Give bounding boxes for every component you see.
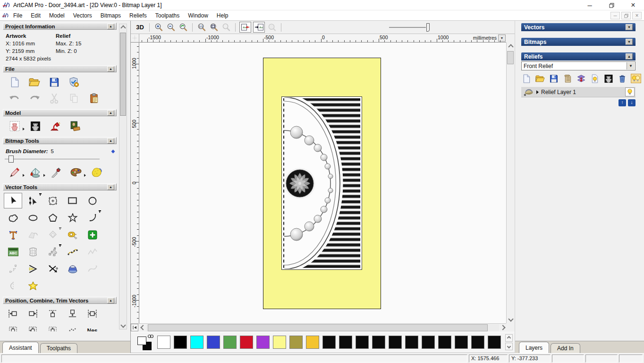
slider-thumb[interactable]	[8, 156, 14, 163]
clipart-3d-button[interactable]	[63, 261, 82, 277]
assistant-scrollbar[interactable]	[119, 24, 127, 329]
palette-swatch-18[interactable]	[455, 336, 468, 349]
layer-visibility-button[interactable]	[625, 87, 635, 96]
palette-swatch-8[interactable]	[289, 336, 303, 349]
centre-across-button[interactable]	[24, 323, 42, 331]
align-left-button[interactable]	[4, 306, 22, 321]
mdi-restore-button[interactable]	[621, 12, 631, 19]
text-on-curve-button[interactable]: ABC	[4, 244, 22, 259]
menu-toolpaths[interactable]: Toolpaths	[151, 11, 184, 20]
palette-swatch-5[interactable]	[240, 336, 253, 349]
block-paste-button[interactable]	[83, 227, 102, 242]
palette-swatch-2[interactable]	[190, 336, 203, 349]
transform-vectors-button[interactable]	[43, 193, 62, 208]
import-layers-button[interactable]	[576, 74, 586, 83]
collapse-button[interactable]: ▲	[107, 138, 114, 144]
palette-swatch-9[interactable]	[306, 336, 319, 349]
relief-clipart-button[interactable]	[562, 74, 573, 83]
menu-help[interactable]: Help	[212, 11, 233, 20]
flyout-arrow-icon[interactable]	[23, 174, 25, 177]
create-polyline-button[interactable]	[4, 210, 22, 225]
zoom-out-button[interactable]	[165, 22, 177, 33]
align-centre-x-button[interactable]	[83, 306, 102, 321]
switch-3d-view-button[interactable]: 3D	[134, 22, 146, 33]
measure-button[interactable]	[63, 227, 82, 242]
save-model-button[interactable]	[48, 76, 60, 88]
mirror-section-button[interactable]	[4, 278, 22, 294]
palette-swatch-19[interactable]	[471, 336, 484, 349]
preview-relief-layer-button[interactable]	[266, 22, 278, 33]
pan-mode-button[interactable]	[131, 324, 138, 331]
menu-window[interactable]: Window	[184, 11, 212, 20]
fit-spline-button[interactable]	[83, 261, 102, 277]
scrollbar-thumb[interactable]	[148, 324, 488, 331]
zoom-1-1-button[interactable]: 1:1	[195, 22, 207, 33]
minimize-button[interactable]: ─	[579, 0, 601, 10]
create-bisector-button[interactable]	[24, 261, 42, 277]
palette-swatch-13[interactable]	[372, 336, 385, 349]
collapse-button[interactable]: ▲	[626, 53, 633, 60]
menu-reliefs[interactable]: Reliefs	[125, 11, 151, 20]
collapse-button[interactable]: ▲	[107, 24, 114, 29]
paste-button[interactable]	[88, 92, 100, 104]
delete-layer-button[interactable]	[617, 74, 627, 83]
menu-bitmaps[interactable]: Bitmaps	[96, 11, 125, 20]
wrap-text-button[interactable]	[24, 227, 42, 242]
palette-scroll-down-button[interactable]	[505, 343, 513, 350]
palette-swatch-1[interactable]	[174, 336, 187, 349]
zoom-previous-button[interactable]	[177, 22, 189, 33]
toggle-layers-button[interactable]	[631, 74, 641, 83]
nesting-button[interactable]: Nes	[83, 323, 102, 331]
open-relief-button[interactable]	[535, 74, 545, 83]
flyout-arrow-icon[interactable]	[84, 174, 86, 177]
slider-thumb[interactable]	[426, 23, 430, 32]
trim-vectors-button[interactable]	[43, 261, 62, 277]
tab-add-in[interactable]: Add In	[551, 343, 580, 353]
pick-colour-button[interactable]	[50, 166, 62, 179]
scrollbar-thumb[interactable]	[120, 33, 126, 116]
create-arc-button[interactable]	[83, 210, 102, 225]
open-model-button[interactable]	[28, 76, 41, 88]
menu-model[interactable]: Model	[45, 11, 69, 20]
fit-polyline-button[interactable]	[83, 244, 102, 259]
scroll-up-button[interactable]	[507, 43, 514, 51]
new-relief-button[interactable]	[521, 74, 532, 83]
relief-layer-row[interactable]: Relief Layer 1	[521, 87, 636, 97]
view-2d-canvas[interactable]	[139, 43, 506, 323]
offset-vectors-button[interactable]	[43, 227, 62, 242]
vertical-scrollbar[interactable]	[506, 43, 514, 323]
model-options-button[interactable]	[68, 76, 80, 88]
menu-edit[interactable]: Edit	[26, 11, 45, 20]
scroll-left-button[interactable]	[139, 324, 146, 331]
close-button[interactable]: ×	[622, 0, 644, 10]
redo-button[interactable]	[28, 92, 41, 104]
create-circle-button[interactable]	[83, 193, 102, 208]
flyout-arrow-icon[interactable]	[23, 128, 25, 130]
palette-scroll-up-button[interactable]	[505, 334, 513, 342]
tab-toolpaths[interactable]: Toolpaths	[40, 343, 77, 353]
flyout-arrow-icon[interactable]	[43, 174, 45, 177]
tab-layers[interactable]: Layers	[519, 342, 549, 353]
vector-boundary-button[interactable]	[24, 278, 42, 294]
copy-button[interactable]	[68, 92, 80, 104]
units-dropdown-button[interactable]: ▼	[498, 35, 506, 42]
primary-secondary-colours[interactable]	[137, 335, 155, 351]
palette-swatch-15[interactable]	[405, 336, 418, 349]
centre-down-button[interactable]	[43, 323, 62, 331]
menu-file[interactable]: File	[9, 11, 26, 20]
scroll-up-button[interactable]	[119, 24, 127, 32]
palette-swatch-7[interactable]	[273, 336, 286, 349]
centre-in-page-button[interactable]	[4, 323, 22, 331]
scrollbar-track[interactable]	[146, 324, 499, 331]
undo-button[interactable]	[8, 92, 21, 104]
primary-colour-swatch[interactable]	[137, 337, 146, 345]
create-text-button[interactable]	[4, 227, 22, 242]
move-layer-down-button[interactable]: ↓	[628, 99, 636, 106]
align-bottom-button[interactable]	[63, 306, 82, 321]
zoom-in-button[interactable]	[153, 22, 164, 33]
zoom-slider[interactable]	[389, 23, 430, 32]
mdi-minimize-button[interactable]: ─	[610, 12, 620, 19]
paint-button[interactable]	[8, 166, 21, 179]
horizontal-scrollbar[interactable]	[131, 323, 506, 331]
greyscale-preview-button[interactable]	[603, 74, 614, 83]
